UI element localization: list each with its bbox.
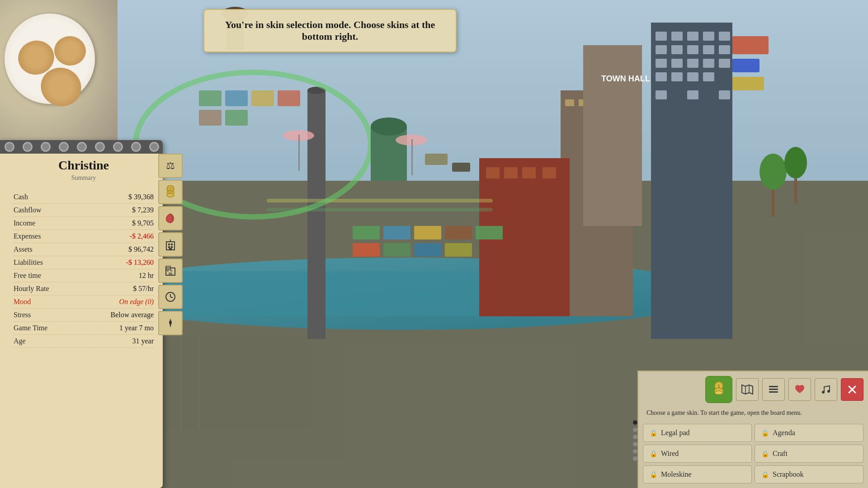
svg-rect-58 xyxy=(251,90,274,106)
svg-rect-68 xyxy=(732,36,769,54)
skin-label: Scrapbook xyxy=(773,470,803,479)
svg-rect-22 xyxy=(656,72,667,81)
ring xyxy=(59,142,69,152)
svg-point-109 xyxy=(715,391,723,394)
stat-value: -$ 2,466 xyxy=(130,232,154,240)
svg-rect-45 xyxy=(383,226,410,239)
svg-text:TOWN HALL: TOWN HALL xyxy=(601,74,650,83)
stat-label: Cash xyxy=(14,193,28,201)
heart-btn[interactable] xyxy=(788,378,811,401)
ring xyxy=(149,142,159,152)
panel-top-icons: $ xyxy=(643,376,863,403)
svg-rect-30 xyxy=(565,99,574,106)
stat-label: Free time xyxy=(14,272,41,280)
skin-btn-scrapbook[interactable]: 🔒Scrapbook xyxy=(755,465,863,483)
coins-btn[interactable] xyxy=(158,180,183,204)
svg-rect-52 xyxy=(445,243,472,257)
dot-3 xyxy=(633,435,637,439)
tooltip-text: You're in skin selection mode. Choose sk… xyxy=(225,19,435,42)
svg-rect-93 xyxy=(169,248,172,250)
svg-rect-15 xyxy=(703,45,714,54)
skin-btn-legal-pad[interactable]: 🔒Legal pad xyxy=(643,424,752,442)
stat-row: Liabilities-$ 13,260 xyxy=(14,256,154,269)
dots-indicator xyxy=(633,420,637,461)
skin-btn-agenda[interactable]: 🔒Agenda xyxy=(755,424,863,442)
notebook-panel: Christine Summary Cash$ 39,368Cashflow$ … xyxy=(0,140,163,488)
svg-rect-21 xyxy=(719,59,730,68)
dot-1 xyxy=(633,420,637,425)
stat-row: Assets$ 96,742 xyxy=(14,243,154,256)
stat-row: Cashflow$ 7,239 xyxy=(14,204,154,217)
coins-active-btn[interactable]: $ xyxy=(705,376,732,403)
stat-row: Cash$ 39,368 xyxy=(14,191,154,204)
svg-rect-20 xyxy=(703,59,714,68)
svg-rect-9 xyxy=(687,32,698,41)
character-name: Christine xyxy=(14,158,154,173)
stat-row: Free time12 hr xyxy=(14,269,154,282)
lock-icon: 🔒 xyxy=(761,450,769,458)
svg-rect-14 xyxy=(687,45,698,54)
stat-label: Hourly Rate xyxy=(14,285,49,293)
stat-value: 12 hr xyxy=(139,272,154,280)
plate xyxy=(5,14,95,104)
svg-rect-89 xyxy=(168,244,170,245)
svg-rect-57 xyxy=(225,90,248,106)
svg-rect-8 xyxy=(671,32,683,41)
svg-point-116 xyxy=(822,391,825,394)
balance-btn[interactable]: ⚖ xyxy=(158,154,183,178)
tie-btn[interactable] xyxy=(158,311,183,335)
skin-btn-moleskine[interactable]: 🔒Moleskine xyxy=(643,465,752,483)
svg-rect-76 xyxy=(772,190,774,217)
skin-btn-craft[interactable]: 🔒Craft xyxy=(755,445,863,463)
music-btn[interactable] xyxy=(815,378,837,401)
close-panel-btn[interactable] xyxy=(841,378,863,401)
svg-rect-11 xyxy=(719,32,730,41)
bottom-panel: $ xyxy=(637,371,868,488)
stat-row: Age31 year xyxy=(14,335,154,348)
skin-btn-wired[interactable]: 🔒Wired xyxy=(643,445,752,463)
svg-rect-98 xyxy=(170,270,172,272)
stat-label: Age xyxy=(14,337,26,345)
leaf-btn[interactable] xyxy=(158,206,183,230)
map-btn[interactable] xyxy=(736,378,759,401)
clock-btn[interactable] xyxy=(158,285,183,309)
ring xyxy=(131,142,141,152)
svg-rect-51 xyxy=(414,243,441,257)
stat-value: 31 year xyxy=(132,337,154,345)
svg-rect-18 xyxy=(671,59,683,68)
svg-rect-7 xyxy=(656,32,667,41)
summary-label: Summary xyxy=(14,174,154,182)
svg-rect-72 xyxy=(298,135,300,171)
ring xyxy=(5,142,14,152)
svg-rect-13 xyxy=(671,45,683,54)
stat-row: Hourly Rate$ 57/hr xyxy=(14,282,154,296)
construction-btn[interactable] xyxy=(158,258,183,283)
stat-value: $ 7,239 xyxy=(132,206,154,214)
dot-6 xyxy=(633,456,637,461)
stats-container: Cash$ 39,368Cashflow$ 7,239Income$ 9,705… xyxy=(14,191,154,348)
lock-icon: 🔒 xyxy=(761,429,769,437)
stat-value: $ 39,368 xyxy=(128,193,154,201)
stat-label: Income xyxy=(14,219,35,227)
svg-rect-53 xyxy=(267,199,493,202)
svg-rect-92 xyxy=(171,246,173,248)
skin-grid: 🔒Legal pad🔒Agenda🔒Wired🔒Craft🔒Moleskine🔒… xyxy=(643,424,863,483)
svg-rect-27 xyxy=(687,90,698,99)
svg-rect-35 xyxy=(583,45,642,226)
svg-rect-64 xyxy=(425,154,448,165)
stat-value: On edge (0) xyxy=(119,298,154,306)
side-icon-bar: ⚖ xyxy=(158,154,185,335)
svg-rect-90 xyxy=(171,244,173,245)
stat-row: MoodOn edge (0) xyxy=(14,296,154,309)
ring xyxy=(41,142,51,152)
svg-rect-115 xyxy=(769,391,778,393)
list-btn[interactable] xyxy=(762,378,785,401)
stat-row: Income$ 9,705 xyxy=(14,217,154,230)
svg-rect-70 xyxy=(732,77,764,90)
svg-rect-44 xyxy=(353,226,380,239)
stat-label: Liabilities xyxy=(14,258,43,267)
stat-row: StressBelow average xyxy=(14,309,154,322)
building-btn[interactable] xyxy=(158,232,183,257)
stat-label: Cashflow xyxy=(14,206,41,214)
svg-line-102 xyxy=(170,297,173,298)
